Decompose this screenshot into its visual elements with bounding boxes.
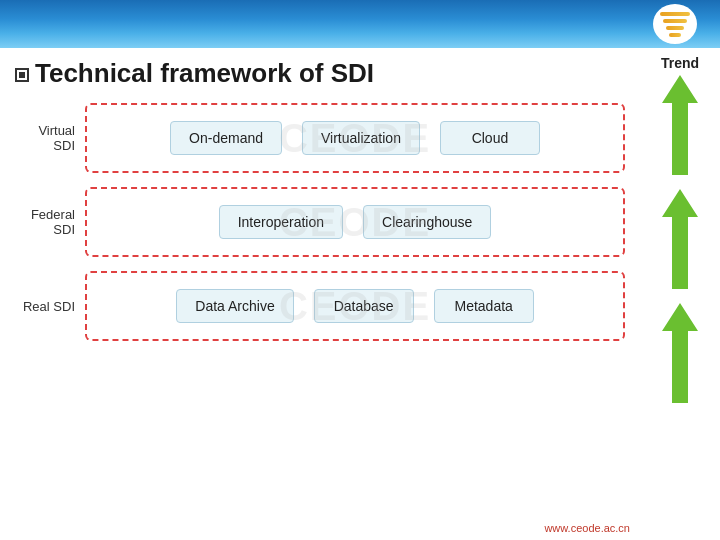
federal-sdi-box: CEODE Interoperation Clearinghouse (85, 187, 625, 257)
federal-sdi-row: Federal SDI CEODE Interoperation Clearin… (15, 187, 625, 257)
real-sdi-row: Real SDI CEODE Data Archive Database Met… (15, 271, 625, 341)
main-content: Technical framework of SDI Virtual SDI C… (0, 48, 640, 540)
trend-arrow-svg-1 (662, 75, 698, 175)
data-archive-box: Data Archive (176, 289, 293, 323)
virtual-sdi-label: Virtual SDI (15, 123, 85, 153)
interoperation-box: Interoperation (219, 205, 343, 239)
logo-line-2 (663, 19, 687, 23)
logo-area (640, 4, 710, 44)
trend-label: Trend (661, 55, 699, 71)
virtual-sdi-row: Virtual SDI CEODE On-demand Virtualizati… (15, 103, 625, 173)
cloud-box: Cloud (440, 121, 540, 155)
on-demand-box: On-demand (170, 121, 282, 155)
svg-marker-0 (662, 75, 698, 175)
page-title-area: Technical framework of SDI (15, 58, 625, 89)
virtualization-box: Virtualization (302, 121, 420, 155)
real-sdi-box: CEODE Data Archive Database Metadata (85, 271, 625, 341)
database-box: Database (314, 289, 414, 323)
bottom-url: www.ceode.ac.cn (544, 522, 630, 534)
title-bullet-icon (15, 68, 29, 82)
svg-marker-2 (662, 303, 698, 403)
trend-arrow-1 (662, 75, 698, 175)
page-title-text: Technical framework of SDI (35, 58, 374, 89)
trend-arrow-svg-3 (662, 303, 698, 403)
logo-lines (660, 12, 690, 37)
real-sdi-label: Real SDI (15, 299, 85, 314)
header-bar (0, 0, 720, 48)
federal-sdi-label: Federal SDI (15, 207, 85, 237)
trend-arrow-svg-2 (662, 189, 698, 289)
svg-marker-1 (662, 189, 698, 289)
logo-line-1 (660, 12, 690, 16)
logo-line-4 (669, 33, 681, 37)
metadata-box: Metadata (434, 289, 534, 323)
logo-line-3 (666, 26, 684, 30)
logo-circle (653, 4, 697, 44)
trend-arrow-3 (662, 303, 698, 403)
trend-arrow-2 (662, 189, 698, 289)
trend-arrows (662, 75, 698, 403)
virtual-sdi-box: CEODE On-demand Virtualization Cloud (85, 103, 625, 173)
clearinghouse-box: Clearinghouse (363, 205, 491, 239)
trend-section: Trend (650, 55, 710, 530)
